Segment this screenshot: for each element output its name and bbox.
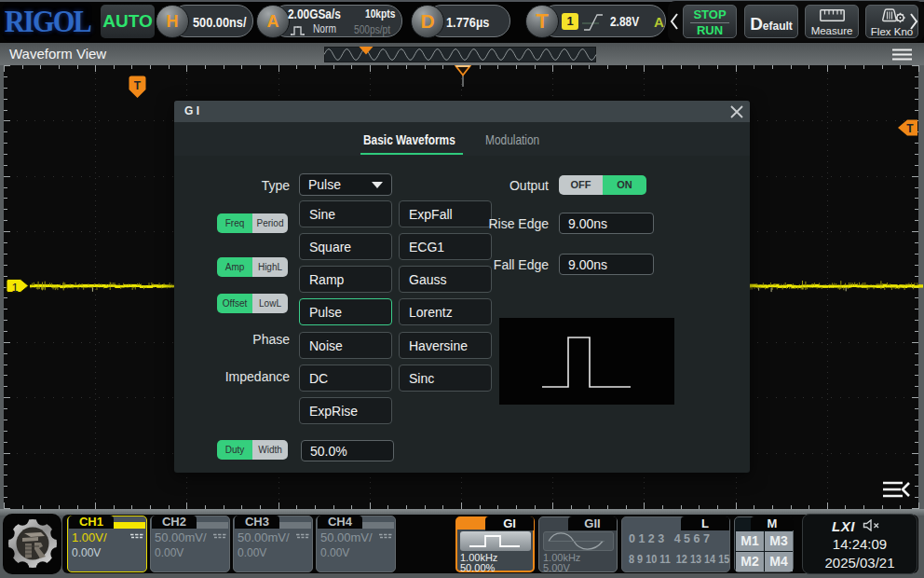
svg-text:T: T (906, 122, 914, 135)
svg-text:T: T (134, 79, 142, 92)
svg-text:1: 1 (11, 281, 18, 295)
